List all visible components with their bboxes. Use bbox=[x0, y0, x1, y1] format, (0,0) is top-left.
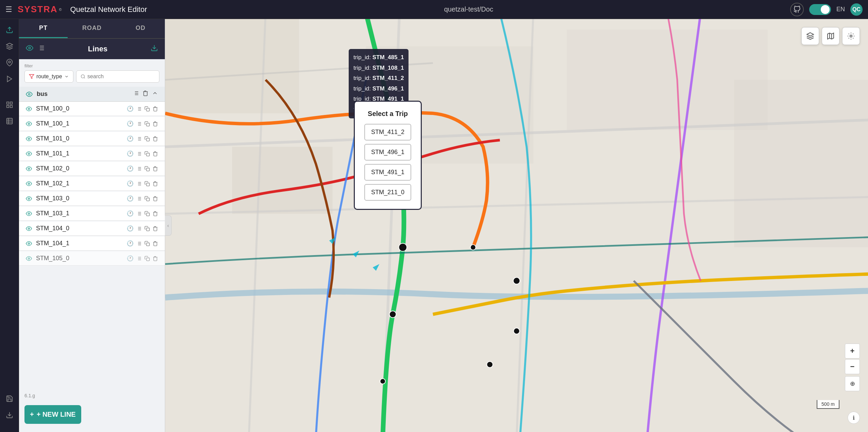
line-eye-icon[interactable] bbox=[26, 211, 32, 217]
line-list-icon[interactable] bbox=[136, 211, 142, 216]
sidebar-item-table[interactable] bbox=[3, 114, 16, 128]
line-schedule-icon[interactable]: 🕐 bbox=[127, 225, 134, 232]
language-button[interactable]: EN bbox=[836, 6, 845, 13]
info-button[interactable]: ℹ bbox=[848, 412, 860, 424]
line-copy-icon[interactable] bbox=[144, 166, 150, 171]
line-eye-icon[interactable] bbox=[26, 151, 32, 157]
line-schedule-icon[interactable]: 🕐 bbox=[127, 180, 134, 187]
line-eye-icon[interactable] bbox=[26, 181, 32, 187]
new-line-button[interactable]: + + NEW LINE bbox=[24, 405, 81, 424]
trip-option-3[interactable]: STM_491_1 bbox=[364, 164, 411, 181]
line-eye-icon[interactable] bbox=[26, 240, 32, 247]
line-copy-icon[interactable] bbox=[144, 121, 150, 127]
line-list-icon[interactable] bbox=[136, 121, 142, 127]
line-eye-icon[interactable] bbox=[26, 136, 32, 142]
collapse-group-button[interactable] bbox=[152, 90, 158, 98]
sidebar-item-stack[interactable] bbox=[3, 98, 16, 112]
line-delete-icon[interactable] bbox=[153, 151, 158, 156]
line-delete-icon[interactable] bbox=[153, 211, 158, 216]
map-settings-button[interactable] bbox=[842, 27, 860, 45]
route-type-filter[interactable]: route_type bbox=[24, 70, 73, 83]
line-delete-icon[interactable] bbox=[153, 136, 158, 142]
trip-option-4[interactable]: STM_211_0 bbox=[364, 184, 411, 201]
toggle-button[interactable] bbox=[809, 4, 831, 15]
line-copy-icon[interactable] bbox=[144, 226, 150, 231]
line-delete-icon[interactable] bbox=[153, 196, 158, 201]
line-item[interactable]: STM_104_1 🕐 bbox=[19, 236, 165, 251]
zoom-in-button[interactable]: + bbox=[845, 344, 860, 359]
menu-button[interactable]: ☰ bbox=[5, 5, 12, 14]
line-list-icon[interactable] bbox=[136, 226, 142, 231]
line-schedule-icon[interactable]: 🕐 bbox=[127, 135, 134, 142]
line-schedule-icon[interactable]: 🕐 bbox=[127, 105, 134, 112]
list-view-button[interactable] bbox=[133, 90, 139, 98]
line-delete-icon[interactable] bbox=[153, 241, 158, 246]
line-delete-icon[interactable] bbox=[153, 121, 158, 127]
line-list-icon[interactable] bbox=[136, 106, 142, 112]
trip-option-1[interactable]: STM_411_2 bbox=[364, 124, 411, 140]
github-button[interactable] bbox=[790, 3, 804, 16]
tab-od[interactable]: OD bbox=[116, 19, 165, 38]
line-copy-icon[interactable] bbox=[144, 181, 150, 186]
zoom-out-button[interactable]: − bbox=[845, 359, 860, 374]
sidebar-item-save[interactable] bbox=[3, 392, 16, 405]
delete-group-button[interactable] bbox=[142, 90, 149, 98]
line-list-icon[interactable] bbox=[136, 136, 142, 142]
sidebar-item-layers[interactable] bbox=[3, 39, 16, 53]
eye-toggle-icon[interactable] bbox=[26, 44, 33, 54]
sidebar-item-upload[interactable] bbox=[3, 23, 16, 37]
line-copy-icon[interactable] bbox=[144, 211, 150, 216]
line-item[interactable]: STM_105_0 🕐 bbox=[19, 251, 165, 266]
line-schedule-icon[interactable]: 🕐 bbox=[127, 255, 134, 262]
line-item[interactable]: STM_101_0 🕐 bbox=[19, 132, 165, 146]
line-eye-icon[interactable] bbox=[26, 121, 32, 127]
line-list-icon[interactable] bbox=[136, 181, 142, 186]
line-copy-icon[interactable] bbox=[144, 136, 150, 142]
line-delete-icon[interactable] bbox=[153, 256, 158, 261]
line-item[interactable]: STM_101_1 🕐 bbox=[19, 147, 165, 161]
line-delete-icon[interactable] bbox=[153, 226, 158, 231]
line-item[interactable]: STM_100_1 🕐 bbox=[19, 117, 165, 131]
line-schedule-icon[interactable]: 🕐 bbox=[127, 210, 134, 217]
sidebar-item-play[interactable] bbox=[3, 72, 16, 86]
compass-button[interactable]: ⊕ bbox=[845, 376, 860, 391]
line-list-icon[interactable] bbox=[136, 241, 142, 246]
map-view-button[interactable] bbox=[822, 27, 839, 45]
line-list-icon[interactable] bbox=[136, 196, 142, 201]
tab-pt[interactable]: PT bbox=[19, 19, 68, 38]
line-eye-icon[interactable] bbox=[26, 226, 32, 232]
trip-option-2[interactable]: STM_496_1 bbox=[364, 144, 411, 161]
line-copy-icon[interactable] bbox=[144, 151, 150, 156]
line-delete-icon[interactable] bbox=[153, 166, 158, 171]
line-copy-icon[interactable] bbox=[144, 256, 150, 261]
sidebar-item-map-pin[interactable] bbox=[3, 56, 16, 69]
line-list-icon[interactable] bbox=[136, 151, 142, 156]
line-schedule-icon[interactable]: 🕐 bbox=[127, 120, 134, 127]
line-item[interactable]: STM_102_1 🕐 bbox=[19, 177, 165, 191]
line-delete-icon[interactable] bbox=[153, 106, 158, 112]
line-schedule-icon[interactable]: 🕐 bbox=[127, 240, 134, 247]
sidebar-item-download[interactable] bbox=[3, 408, 16, 422]
line-item[interactable]: STM_104_0 🕐 bbox=[19, 221, 165, 236]
list-toggle-icon[interactable] bbox=[37, 44, 45, 54]
line-eye-icon[interactable] bbox=[26, 166, 32, 172]
line-eye-icon[interactable] bbox=[26, 106, 32, 112]
line-list-icon[interactable] bbox=[136, 166, 142, 171]
line-item[interactable]: STM_103_1 🕐 bbox=[19, 206, 165, 221]
layers-button[interactable] bbox=[801, 27, 819, 45]
tab-road[interactable]: ROAD bbox=[68, 19, 116, 38]
line-schedule-icon[interactable]: 🕐 bbox=[127, 195, 134, 202]
line-item[interactable]: STM_100_0 🕐 bbox=[19, 102, 165, 116]
line-eye-icon[interactable] bbox=[26, 196, 32, 202]
panel-download-button[interactable] bbox=[151, 44, 158, 54]
line-schedule-icon[interactable]: 🕐 bbox=[127, 165, 134, 172]
user-avatar-button[interactable]: QC bbox=[850, 3, 863, 16]
line-delete-icon[interactable] bbox=[153, 181, 158, 186]
line-copy-icon[interactable] bbox=[144, 241, 150, 246]
line-item[interactable]: STM_102_0 🕐 bbox=[19, 162, 165, 176]
line-list-icon[interactable] bbox=[136, 256, 142, 261]
panel-collapse-button[interactable]: ‹ bbox=[165, 215, 172, 236]
bus-eye-icon[interactable] bbox=[26, 91, 33, 98]
map-area[interactable]: trip_id: STM_485_1 trip_id: STM_108_1 tr… bbox=[165, 19, 868, 432]
line-item[interactable]: STM_103_0 🕐 bbox=[19, 192, 165, 206]
